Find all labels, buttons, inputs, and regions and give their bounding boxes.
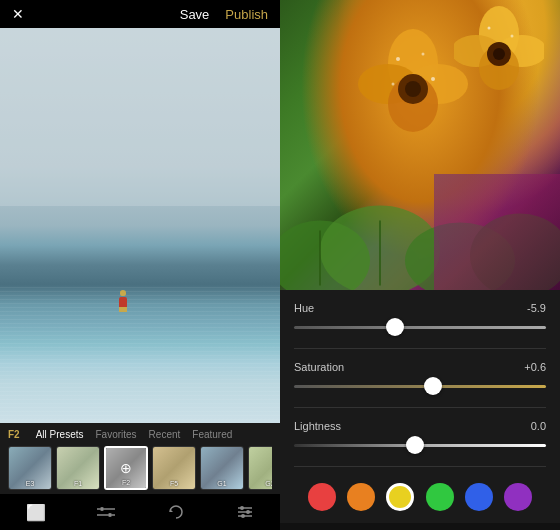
saturation-slider-track[interactable]	[294, 377, 546, 395]
saturation-label: Saturation	[294, 361, 344, 373]
water-overlay	[0, 285, 280, 423]
hue-slider-bg	[294, 326, 546, 329]
lightness-slider-bg	[294, 444, 546, 447]
color-purple[interactable]	[504, 483, 532, 511]
svg-point-28	[493, 48, 505, 60]
right-panel: Hue -5.9 Saturation +0.6	[280, 0, 560, 530]
saturation-slider-bg	[294, 385, 546, 388]
preset-f1[interactable]: F1	[56, 446, 100, 490]
hue-slider-thumb[interactable]	[386, 318, 404, 336]
left-toolbar: ⬜	[0, 494, 280, 530]
svg-point-22	[392, 83, 395, 86]
tab-recent[interactable]: Recent	[149, 429, 181, 440]
color-green[interactable]	[426, 483, 454, 511]
beach-image	[0, 28, 280, 423]
tab-favorites[interactable]: Favorites	[95, 429, 136, 440]
flower-2	[454, 6, 544, 106]
svg-point-19	[396, 57, 400, 61]
adjust-icon[interactable]	[97, 503, 115, 521]
sat-divider	[294, 407, 546, 408]
tab-featured[interactable]: Featured	[192, 429, 232, 440]
close-button[interactable]: ✕	[12, 6, 24, 22]
color-yellow[interactable]	[386, 483, 414, 511]
hue-divider	[294, 348, 546, 349]
hue-slider-header: Hue -5.9	[294, 302, 546, 314]
preset-e3-label: E3	[9, 480, 51, 487]
saturation-slider-thumb[interactable]	[424, 377, 442, 395]
lightness-label: Lightness	[294, 420, 341, 432]
right-bottom-bar: ✕ HSL ✓	[280, 523, 560, 530]
presets-tabs: F2 All Presets Favorites Recent Featured	[8, 429, 272, 440]
preset-f2-label: F2	[106, 479, 146, 486]
color-circles	[294, 479, 546, 515]
frame-icon[interactable]: ⬜	[26, 503, 46, 522]
beach-figure	[118, 290, 128, 312]
svg-point-10	[240, 506, 244, 510]
svg-point-29	[487, 26, 490, 29]
preset-e3[interactable]: E3	[8, 446, 52, 490]
saturation-slider-header: Saturation +0.6	[294, 361, 546, 373]
svg-point-20	[422, 53, 425, 56]
hue-slider-row: Hue -5.9	[294, 302, 546, 336]
header-actions: Save Publish	[180, 7, 268, 22]
color-orange[interactable]	[347, 483, 375, 511]
preset-g2[interactable]: G2	[248, 446, 272, 490]
preset-f2[interactable]: ⊕ F2	[104, 446, 148, 490]
preset-g1[interactable]: G1	[200, 446, 244, 490]
figure-legs	[119, 307, 127, 312]
left-panel: ✕ Save Publish F2 All Presets Favorites …	[0, 0, 280, 530]
svg-point-1	[108, 513, 112, 517]
saturation-value: +0.6	[524, 361, 546, 373]
save-button[interactable]: Save	[180, 7, 210, 22]
main-image-container	[0, 28, 280, 423]
svg-point-12	[241, 514, 245, 518]
svg-point-21	[431, 77, 435, 81]
preset-f5[interactable]: F5	[152, 446, 196, 490]
svg-marker-6	[170, 509, 173, 512]
publish-button[interactable]: Publish	[225, 7, 268, 22]
saturation-slider-row: Saturation +0.6	[294, 361, 546, 395]
preset-g2-label: G2	[249, 480, 272, 487]
presets-scroll: E3 F1 ⊕ F2 F5 G1	[8, 446, 272, 490]
light-divider	[294, 466, 546, 467]
filter-icon[interactable]	[236, 503, 254, 521]
flowers-image	[280, 0, 560, 290]
tab-all-presets[interactable]: All Presets	[36, 429, 84, 440]
lightness-slider-row: Lightness 0.0	[294, 420, 546, 454]
hue-slider-track[interactable]	[294, 318, 546, 336]
presets-bar: F2 All Presets Favorites Recent Featured…	[0, 423, 280, 494]
hsl-controls: Hue -5.9 Saturation +0.6	[280, 290, 560, 523]
color-blue[interactable]	[465, 483, 493, 511]
bg-dark	[434, 174, 560, 290]
rotate-icon[interactable]	[167, 503, 185, 521]
hue-label: Hue	[294, 302, 314, 314]
svg-point-0	[100, 507, 104, 511]
figure-body	[119, 297, 127, 308]
svg-point-18	[405, 81, 421, 97]
preset-f2-indicator: F2	[8, 429, 20, 440]
hue-value: -5.9	[527, 302, 546, 314]
figure-head	[120, 290, 126, 295]
left-header: ✕ Save Publish	[0, 0, 280, 28]
preset-f5-label: F5	[153, 480, 195, 487]
lightness-slider-thumb[interactable]	[406, 436, 424, 454]
svg-point-11	[246, 510, 250, 514]
lightness-value: 0.0	[531, 420, 546, 432]
lightness-slider-header: Lightness 0.0	[294, 420, 546, 432]
lightness-slider-track[interactable]	[294, 436, 546, 454]
right-image-container	[280, 0, 560, 290]
preset-f1-label: F1	[57, 480, 99, 487]
svg-point-30	[510, 34, 513, 37]
color-red[interactable]	[308, 483, 336, 511]
fog-overlay	[0, 28, 280, 206]
preset-g1-label: G1	[201, 480, 243, 487]
